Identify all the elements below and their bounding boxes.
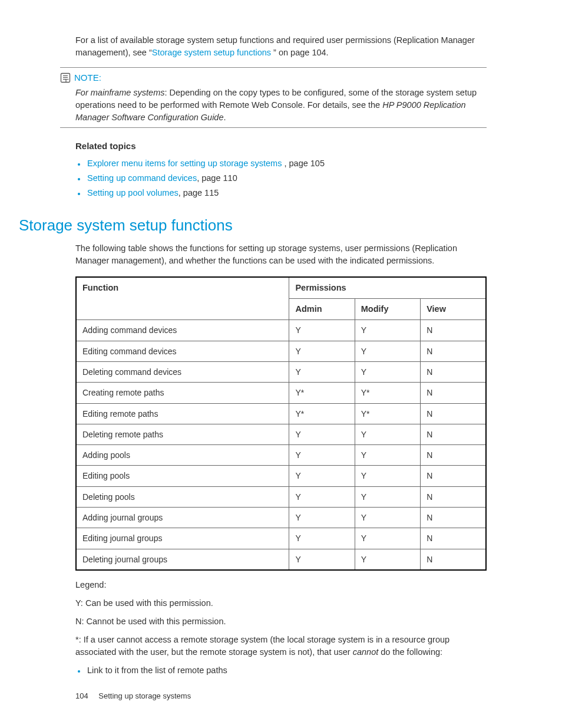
section-title: Storage system setup functions	[19, 215, 487, 237]
note-icon	[60, 73, 71, 83]
cell-modify: Y	[355, 486, 420, 507]
related-link[interactable]: Setting up command devices	[87, 173, 197, 183]
cell-view: N	[421, 383, 486, 403]
table-row: Adding command devicesYYN	[76, 320, 486, 341]
cell-admin: Y	[289, 361, 355, 382]
related-tail: , page 115	[178, 188, 219, 197]
th-admin: Admin	[289, 299, 355, 320]
cell-view: N	[421, 508, 486, 528]
document-page: For a list of available storage system s…	[0, 0, 562, 728]
cell-modify: Y	[355, 528, 420, 549]
note-heading: NOTE:	[60, 71, 487, 84]
cell-view: N	[421, 486, 486, 507]
table-row: Adding poolsYYN	[76, 445, 486, 466]
legend-n: N: Cannot be used with this permission.	[75, 615, 487, 628]
table-row: Editing command devicesYYN	[76, 341, 486, 361]
cell-modify: Y	[355, 549, 420, 570]
note-body: For mainframe systems: Depending on the …	[75, 87, 487, 124]
cell-admin: Y	[289, 341, 355, 361]
cell-modify: Y	[355, 320, 420, 341]
th-function: Function	[76, 277, 289, 320]
cell-modify: Y	[355, 424, 420, 444]
cell-modify: Y	[355, 445, 420, 466]
cell-function: Creating remote paths	[76, 383, 289, 403]
th-permissions: Permissions	[289, 277, 486, 299]
table-row: Deleting poolsYYN	[76, 486, 486, 507]
note-block: NOTE: For mainframe systems: Depending o…	[75, 67, 487, 128]
cell-function: Adding journal groups	[76, 508, 289, 528]
related-item: Setting up command devices, page 110	[86, 172, 487, 185]
related-item: Explorer menu items for setting up stora…	[86, 157, 487, 170]
intro-link[interactable]: Storage system setup functions	[152, 48, 273, 57]
th-modify: Modify	[355, 299, 420, 320]
related-tail: , page 110	[197, 173, 237, 183]
page-number: 104	[75, 691, 88, 702]
table-row: Editing remote pathsY*Y*N	[76, 403, 486, 424]
table-row: Editing poolsYYN	[76, 466, 486, 486]
table-row: Deleting remote pathsYYN	[76, 424, 486, 444]
cell-view: N	[421, 341, 486, 361]
cell-view: N	[421, 424, 486, 444]
cell-modify: Y	[355, 361, 420, 382]
related-topics-heading: Related topics	[75, 140, 487, 153]
cell-function: Editing journal groups	[76, 528, 289, 549]
cell-admin: Y	[289, 320, 355, 341]
permissions-table: Function Permissions Admin Modify View A…	[75, 276, 487, 571]
cell-admin: Y	[289, 508, 355, 528]
section-paragraph: The following table shows the functions …	[75, 242, 487, 267]
note-rule-bottom	[60, 127, 487, 128]
note-label: NOTE:	[74, 71, 101, 84]
cell-admin: Y	[289, 528, 355, 549]
table-row: Deleting command devicesYYN	[76, 361, 486, 382]
cell-function: Editing remote paths	[76, 403, 289, 424]
cell-function: Deleting remote paths	[76, 424, 289, 444]
note-rule-top	[60, 67, 487, 68]
cell-modify: Y	[355, 466, 420, 486]
legend-star-post: do the following:	[378, 647, 442, 657]
cell-function: Deleting pools	[76, 486, 289, 507]
cell-admin: Y*	[289, 383, 355, 403]
cell-modify: Y*	[355, 383, 420, 403]
legend-y: Y: Can be used with this permission.	[75, 597, 487, 610]
table-row: Creating remote pathsY*Y*N	[76, 383, 486, 403]
cell-view: N	[421, 549, 486, 570]
table-row: Editing journal groupsYYN	[76, 528, 486, 549]
cell-function: Deleting journal groups	[76, 549, 289, 570]
cell-modify: Y	[355, 508, 420, 528]
legend-bullets: Link to it from the list of remote paths	[75, 664, 487, 677]
note-lead: For mainframe systems	[75, 88, 164, 97]
legend-block: Legend: Y: Can be used with this permiss…	[75, 579, 487, 677]
related-topics-list: Explorer menu items for setting up stora…	[75, 157, 487, 199]
related-link[interactable]: Setting up pool volumes	[87, 188, 178, 197]
table-row: Adding journal groupsYYN	[76, 508, 486, 528]
cell-admin: Y	[289, 445, 355, 466]
cell-modify: Y	[355, 341, 420, 361]
legend-title: Legend:	[75, 579, 487, 591]
legend-bullet-item: Link to it from the list of remote paths	[86, 664, 487, 677]
intro-paragraph: For a list of available storage system s…	[75, 34, 487, 59]
cell-view: N	[421, 466, 486, 486]
cell-modify: Y*	[355, 403, 420, 424]
legend-star-em: cannot	[353, 647, 379, 657]
related-link[interactable]: Explorer menu items for setting up stora…	[87, 159, 284, 168]
cell-view: N	[421, 361, 486, 382]
footer-title: Setting up storage systems	[98, 691, 191, 700]
cell-admin: Y	[289, 549, 355, 570]
note-body-after: .	[223, 113, 226, 122]
cell-admin: Y	[289, 486, 355, 507]
related-tail: , page 105	[284, 159, 325, 168]
cell-view: N	[421, 403, 486, 424]
cell-function: Editing pools	[76, 466, 289, 486]
cell-function: Adding command devices	[76, 320, 289, 341]
cell-admin: Y	[289, 424, 355, 444]
page-footer: 104 Setting up storage systems	[75, 691, 191, 702]
legend-star: *: If a user cannot access a remote stor…	[75, 634, 487, 658]
th-view: View	[421, 299, 486, 320]
related-item: Setting up pool volumes, page 115	[86, 187, 487, 199]
cell-function: Deleting command devices	[76, 361, 289, 382]
cell-function: Adding pools	[76, 445, 289, 466]
cell-view: N	[421, 528, 486, 549]
intro-text-suffix: ” on page 104.	[273, 48, 329, 57]
cell-view: N	[421, 320, 486, 341]
cell-view: N	[421, 445, 486, 466]
